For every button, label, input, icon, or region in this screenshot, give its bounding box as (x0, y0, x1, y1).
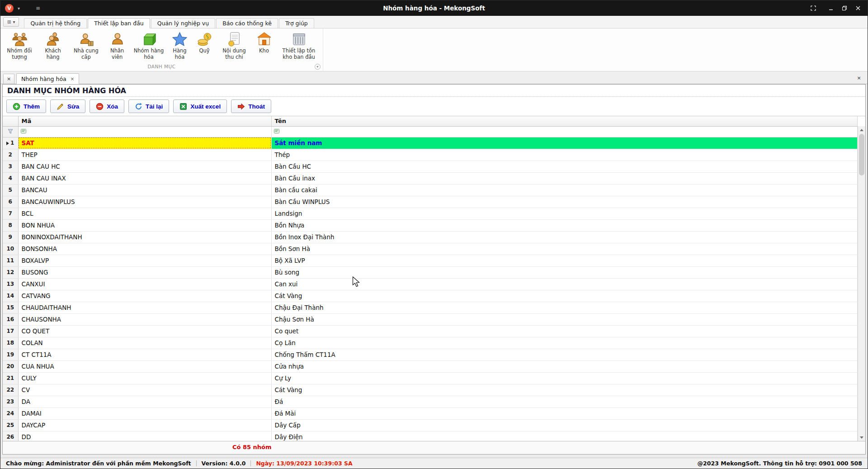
tab-thiet-lap-ban-dau[interactable]: Thiết lập ban đầu (88, 18, 150, 28)
cell-ten[interactable]: Bù song (271, 266, 858, 278)
row-indicator[interactable]: 7 (3, 208, 18, 219)
row-indicator[interactable]: 23 (3, 396, 18, 407)
minimize-button[interactable] (826, 4, 836, 13)
customize-toolbar-icon[interactable]: ≡ (36, 5, 40, 11)
vertical-scrollbar[interactable] (858, 126, 865, 441)
cell-ten[interactable]: Thép (271, 149, 858, 161)
table-row[interactable]: 20CUA NHUACửa nhựa (3, 360, 858, 372)
tab-quan-tri-he-thong[interactable]: Quản trị hệ thống (24, 18, 87, 28)
row-indicator[interactable]: 22 (3, 384, 18, 396)
row-indicator[interactable]: 24 (3, 407, 18, 419)
cell-ma[interactable]: CUA NHUA (18, 360, 271, 372)
table-row[interactable]: 2THEPThép (3, 149, 858, 161)
maximize-button[interactable] (839, 4, 849, 13)
row-indicator[interactable]: 20 (3, 360, 18, 372)
row-indicator[interactable]: 12 (3, 266, 18, 278)
row-indicator[interactable]: 16 (3, 313, 18, 325)
scroll-up-button[interactable] (858, 126, 865, 133)
table-row[interactable]: 15CHAUDAITHANHChậu Đại Thành (3, 302, 858, 313)
cell-ten[interactable]: Chậu Sơn Hà (271, 313, 858, 325)
row-indicator[interactable]: 2 (3, 149, 18, 161)
cell-ma[interactable]: CATVANG (18, 290, 271, 302)
cell-ma[interactable]: BCL (18, 208, 271, 219)
row-indicator[interactable]: 14 (3, 290, 18, 302)
cell-ma[interactable]: BON NHUA (18, 219, 271, 231)
cell-ten[interactable]: Đá Mài (271, 407, 858, 419)
cell-ten[interactable]: Co quet (271, 325, 858, 337)
ribbon-item-nhom-doi-tuong[interactable]: Nhóm đối tượng (1, 30, 38, 63)
row-indicator[interactable]: 9 (3, 231, 18, 243)
ribbon-item-nhan-vien[interactable]: Nhân viên (104, 30, 131, 63)
delete-button[interactable]: Xóa (90, 99, 124, 113)
quick-access-caret-icon[interactable]: ▾ (18, 6, 20, 11)
table-row[interactable]: 1SATSắt miền nam (3, 137, 858, 149)
cell-ten[interactable]: Cọ Lăn (271, 337, 858, 349)
edit-button[interactable]: Sửa (50, 99, 85, 113)
cell-ma[interactable]: BANCAU (18, 184, 271, 196)
cell-ma[interactable]: BAN CAU HC (18, 161, 271, 172)
cell-ten[interactable]: Cát Vàng (271, 384, 858, 396)
table-row[interactable]: 12BUSONGBù song (3, 266, 858, 278)
cell-ma[interactable]: DA (18, 396, 271, 407)
cell-ma[interactable]: THEP (18, 149, 271, 161)
table-row[interactable]: 25DAYCAPDây Cấp (3, 419, 858, 431)
close-tab-button-right[interactable]: × (854, 74, 863, 82)
cell-ten[interactable]: Đá (271, 396, 858, 407)
cell-ten[interactable]: Bồn Sơn Hà (271, 243, 858, 255)
row-indicator[interactable]: 26 (3, 431, 18, 441)
row-indicator[interactable]: 13 (3, 278, 18, 290)
cell-ma[interactable]: CT CT11A (18, 349, 271, 360)
filter-cell-ma[interactable] (18, 126, 271, 137)
tab-bao-cao-thong-ke[interactable]: Báo cáo thống kê (216, 18, 278, 28)
cell-ten[interactable]: Cự Ly (271, 372, 858, 384)
export-excel-button[interactable]: Xuất excel (173, 99, 227, 113)
ribbon-item-quy[interactable]: Quỹ (193, 30, 216, 63)
table-row[interactable]: 22CVCát Vàng (3, 384, 858, 396)
cell-ten[interactable]: Dây Cấp (271, 419, 858, 431)
cell-ten[interactable]: Bồn Inox Đại Thành (271, 231, 858, 243)
filter-indicator-cell[interactable] (3, 126, 18, 137)
cell-ma[interactable]: BONSONHA (18, 243, 271, 255)
table-row[interactable]: 9BONINOXDAITHANHBồn Inox Đại Thành (3, 231, 858, 243)
cell-ma[interactable]: DD (18, 431, 271, 441)
table-row[interactable]: 10BONSONHABồn Sơn Hà (3, 243, 858, 255)
table-row[interactable]: 3BAN CAU HCBàn Cầu HC (3, 161, 858, 172)
row-indicator[interactable]: 11 (3, 255, 18, 266)
cell-ten[interactable]: Cửa nhựa (271, 360, 858, 372)
cell-ma[interactable]: DAMAI (18, 407, 271, 419)
cell-ma[interactable]: DAYCAP (18, 419, 271, 431)
table-row[interactable]: 23DAĐá (3, 396, 858, 407)
cell-ten[interactable]: Landsign (271, 208, 858, 219)
row-indicator[interactable]: 19 (3, 349, 18, 360)
exit-button[interactable]: Thoát (231, 99, 271, 113)
table-row[interactable]: 26DDDây Điện (3, 431, 858, 441)
cell-ma[interactable]: BUSONG (18, 266, 271, 278)
row-indicator[interactable]: 18 (3, 337, 18, 349)
tab-quan-ly-nghiep-vu[interactable]: Quản lý nghiệp vụ (151, 18, 215, 28)
table-row[interactable]: 4BAN CAU INAXBàn Cầu inax (3, 172, 858, 184)
cell-ma[interactable]: CULY (18, 372, 271, 384)
app-logo-icon[interactable]: V (5, 4, 14, 13)
table-row[interactable]: 13CANXUICan xui (3, 278, 858, 290)
row-indicator[interactable]: 8 (3, 219, 18, 231)
scrollbar-thumb[interactable] (859, 134, 864, 175)
scrollbar-track[interactable] (858, 133, 865, 434)
row-indicator[interactable]: 1 (3, 137, 18, 149)
cell-ten[interactable]: Bộ Xã LVP (271, 255, 858, 266)
cell-ma[interactable]: SAT (18, 137, 271, 149)
row-indicator[interactable]: 15 (3, 302, 18, 313)
cell-ten[interactable]: Chậu Đại Thành (271, 302, 858, 313)
table-row[interactable]: 5BANCAUBàn cầu cakai (3, 184, 858, 196)
cell-ma[interactable]: BAN CAU INAX (18, 172, 271, 184)
table-row[interactable]: 17CO QUETCo quet (3, 325, 858, 337)
application-menu-button[interactable]: ⊞ ▾ (3, 17, 19, 27)
cell-ma[interactable]: BONINOXDAITHANH (18, 231, 271, 243)
ribbon-item-nha-cung-cap[interactable]: Nhà cung cấp (68, 30, 104, 63)
filter-cell-ten[interactable] (271, 126, 858, 137)
table-row[interactable]: 24DAMAIĐá Mài (3, 407, 858, 419)
row-indicator[interactable]: 25 (3, 419, 18, 431)
group-dialog-launcher-button[interactable]: ▾ (315, 64, 321, 70)
cell-ten[interactable]: Cát Vàng (271, 290, 858, 302)
table-row[interactable]: 6BANCAUWINPLUSBàn Cầu WINPLUS (3, 196, 858, 208)
row-indicator[interactable]: 5 (3, 184, 18, 196)
